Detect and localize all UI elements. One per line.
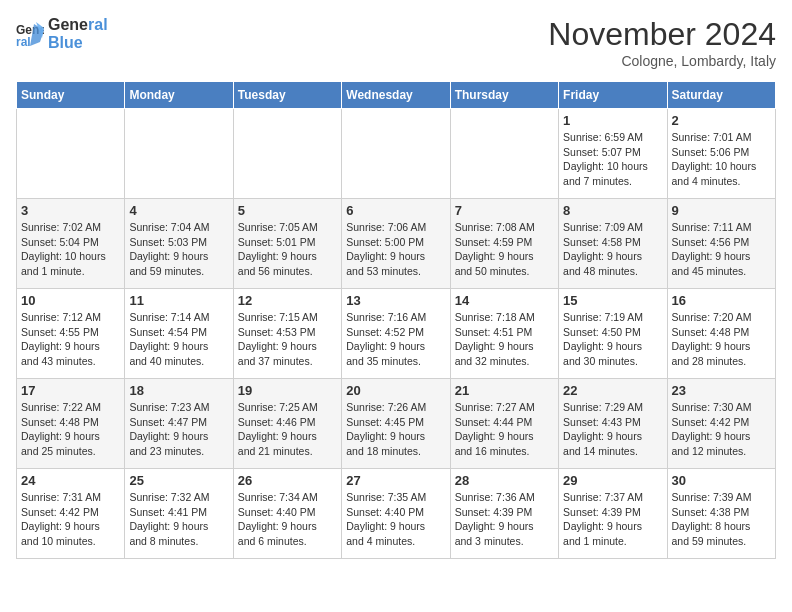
day-number: 20 <box>346 383 445 398</box>
day-info: Sunrise: 6:59 AM Sunset: 5:07 PM Dayligh… <box>563 130 662 189</box>
day-info: Sunrise: 7:14 AM Sunset: 4:54 PM Dayligh… <box>129 310 228 369</box>
day-info: Sunrise: 7:25 AM Sunset: 4:46 PM Dayligh… <box>238 400 337 459</box>
calendar-table: SundayMondayTuesdayWednesdayThursdayFrid… <box>16 81 776 559</box>
weekday-header: Sunday <box>17 82 125 109</box>
month-title: November 2024 <box>548 16 776 53</box>
day-info: Sunrise: 7:29 AM Sunset: 4:43 PM Dayligh… <box>563 400 662 459</box>
logo: Gene ral General Blue <box>16 16 108 51</box>
calendar-cell: 10Sunrise: 7:12 AM Sunset: 4:55 PM Dayli… <box>17 289 125 379</box>
day-number: 14 <box>455 293 554 308</box>
calendar-cell: 1Sunrise: 6:59 AM Sunset: 5:07 PM Daylig… <box>559 109 667 199</box>
day-info: Sunrise: 7:26 AM Sunset: 4:45 PM Dayligh… <box>346 400 445 459</box>
day-number: 6 <box>346 203 445 218</box>
day-number: 12 <box>238 293 337 308</box>
calendar-week-row: 10Sunrise: 7:12 AM Sunset: 4:55 PM Dayli… <box>17 289 776 379</box>
calendar-cell: 4Sunrise: 7:04 AM Sunset: 5:03 PM Daylig… <box>125 199 233 289</box>
day-info: Sunrise: 7:39 AM Sunset: 4:38 PM Dayligh… <box>672 490 771 549</box>
calendar-cell: 20Sunrise: 7:26 AM Sunset: 4:45 PM Dayli… <box>342 379 450 469</box>
calendar-cell: 6Sunrise: 7:06 AM Sunset: 5:00 PM Daylig… <box>342 199 450 289</box>
day-number: 21 <box>455 383 554 398</box>
day-info: Sunrise: 7:37 AM Sunset: 4:39 PM Dayligh… <box>563 490 662 549</box>
calendar-cell: 14Sunrise: 7:18 AM Sunset: 4:51 PM Dayli… <box>450 289 558 379</box>
calendar-cell: 2Sunrise: 7:01 AM Sunset: 5:06 PM Daylig… <box>667 109 775 199</box>
weekday-header: Thursday <box>450 82 558 109</box>
day-number: 4 <box>129 203 228 218</box>
calendar-week-row: 1Sunrise: 6:59 AM Sunset: 5:07 PM Daylig… <box>17 109 776 199</box>
day-info: Sunrise: 7:31 AM Sunset: 4:42 PM Dayligh… <box>21 490 120 549</box>
day-number: 16 <box>672 293 771 308</box>
day-number: 7 <box>455 203 554 218</box>
day-info: Sunrise: 7:27 AM Sunset: 4:44 PM Dayligh… <box>455 400 554 459</box>
day-info: Sunrise: 7:12 AM Sunset: 4:55 PM Dayligh… <box>21 310 120 369</box>
day-number: 1 <box>563 113 662 128</box>
weekday-header: Friday <box>559 82 667 109</box>
calendar-cell: 3Sunrise: 7:02 AM Sunset: 5:04 PM Daylig… <box>17 199 125 289</box>
day-info: Sunrise: 7:05 AM Sunset: 5:01 PM Dayligh… <box>238 220 337 279</box>
day-info: Sunrise: 7:08 AM Sunset: 4:59 PM Dayligh… <box>455 220 554 279</box>
calendar-cell: 23Sunrise: 7:30 AM Sunset: 4:42 PM Dayli… <box>667 379 775 469</box>
day-number: 11 <box>129 293 228 308</box>
day-info: Sunrise: 7:11 AM Sunset: 4:56 PM Dayligh… <box>672 220 771 279</box>
day-number: 18 <box>129 383 228 398</box>
calendar-cell: 18Sunrise: 7:23 AM Sunset: 4:47 PM Dayli… <box>125 379 233 469</box>
calendar-cell: 9Sunrise: 7:11 AM Sunset: 4:56 PM Daylig… <box>667 199 775 289</box>
day-number: 28 <box>455 473 554 488</box>
day-info: Sunrise: 7:22 AM Sunset: 4:48 PM Dayligh… <box>21 400 120 459</box>
calendar-cell: 28Sunrise: 7:36 AM Sunset: 4:39 PM Dayli… <box>450 469 558 559</box>
day-info: Sunrise: 7:20 AM Sunset: 4:48 PM Dayligh… <box>672 310 771 369</box>
calendar-cell: 12Sunrise: 7:15 AM Sunset: 4:53 PM Dayli… <box>233 289 341 379</box>
day-info: Sunrise: 7:36 AM Sunset: 4:39 PM Dayligh… <box>455 490 554 549</box>
calendar-week-row: 3Sunrise: 7:02 AM Sunset: 5:04 PM Daylig… <box>17 199 776 289</box>
weekday-header: Wednesday <box>342 82 450 109</box>
calendar-cell: 17Sunrise: 7:22 AM Sunset: 4:48 PM Dayli… <box>17 379 125 469</box>
day-number: 5 <box>238 203 337 218</box>
calendar-cell: 22Sunrise: 7:29 AM Sunset: 4:43 PM Dayli… <box>559 379 667 469</box>
logo-icon: Gene ral <box>16 20 44 48</box>
calendar-week-row: 17Sunrise: 7:22 AM Sunset: 4:48 PM Dayli… <box>17 379 776 469</box>
day-number: 9 <box>672 203 771 218</box>
day-info: Sunrise: 7:04 AM Sunset: 5:03 PM Dayligh… <box>129 220 228 279</box>
calendar-cell <box>233 109 341 199</box>
day-number: 22 <box>563 383 662 398</box>
calendar-cell <box>17 109 125 199</box>
day-info: Sunrise: 7:16 AM Sunset: 4:52 PM Dayligh… <box>346 310 445 369</box>
day-info: Sunrise: 7:15 AM Sunset: 4:53 PM Dayligh… <box>238 310 337 369</box>
calendar-cell: 8Sunrise: 7:09 AM Sunset: 4:58 PM Daylig… <box>559 199 667 289</box>
calendar-cell: 15Sunrise: 7:19 AM Sunset: 4:50 PM Dayli… <box>559 289 667 379</box>
day-info: Sunrise: 7:06 AM Sunset: 5:00 PM Dayligh… <box>346 220 445 279</box>
day-number: 29 <box>563 473 662 488</box>
day-number: 15 <box>563 293 662 308</box>
day-info: Sunrise: 7:34 AM Sunset: 4:40 PM Dayligh… <box>238 490 337 549</box>
day-info: Sunrise: 7:01 AM Sunset: 5:06 PM Dayligh… <box>672 130 771 189</box>
calendar-cell: 26Sunrise: 7:34 AM Sunset: 4:40 PM Dayli… <box>233 469 341 559</box>
calendar-week-row: 24Sunrise: 7:31 AM Sunset: 4:42 PM Dayli… <box>17 469 776 559</box>
day-number: 24 <box>21 473 120 488</box>
day-number: 17 <box>21 383 120 398</box>
day-info: Sunrise: 7:09 AM Sunset: 4:58 PM Dayligh… <box>563 220 662 279</box>
calendar-cell: 24Sunrise: 7:31 AM Sunset: 4:42 PM Dayli… <box>17 469 125 559</box>
day-info: Sunrise: 7:32 AM Sunset: 4:41 PM Dayligh… <box>129 490 228 549</box>
calendar-cell: 19Sunrise: 7:25 AM Sunset: 4:46 PM Dayli… <box>233 379 341 469</box>
day-number: 8 <box>563 203 662 218</box>
day-number: 26 <box>238 473 337 488</box>
calendar-cell: 21Sunrise: 7:27 AM Sunset: 4:44 PM Dayli… <box>450 379 558 469</box>
calendar-cell <box>342 109 450 199</box>
calendar-cell: 29Sunrise: 7:37 AM Sunset: 4:39 PM Dayli… <box>559 469 667 559</box>
day-info: Sunrise: 7:02 AM Sunset: 5:04 PM Dayligh… <box>21 220 120 279</box>
title-block: November 2024 Cologne, Lombardy, Italy <box>548 16 776 69</box>
day-number: 27 <box>346 473 445 488</box>
day-number: 13 <box>346 293 445 308</box>
day-info: Sunrise: 7:35 AM Sunset: 4:40 PM Dayligh… <box>346 490 445 549</box>
page-header: Gene ral General Blue November 2024 Colo… <box>16 16 776 69</box>
weekday-header-row: SundayMondayTuesdayWednesdayThursdayFrid… <box>17 82 776 109</box>
calendar-cell: 30Sunrise: 7:39 AM Sunset: 4:38 PM Dayli… <box>667 469 775 559</box>
day-number: 19 <box>238 383 337 398</box>
calendar-cell: 13Sunrise: 7:16 AM Sunset: 4:52 PM Dayli… <box>342 289 450 379</box>
day-number: 30 <box>672 473 771 488</box>
calendar-cell: 11Sunrise: 7:14 AM Sunset: 4:54 PM Dayli… <box>125 289 233 379</box>
day-number: 10 <box>21 293 120 308</box>
day-number: 2 <box>672 113 771 128</box>
calendar-cell: 16Sunrise: 7:20 AM Sunset: 4:48 PM Dayli… <box>667 289 775 379</box>
day-number: 3 <box>21 203 120 218</box>
weekday-header: Monday <box>125 82 233 109</box>
